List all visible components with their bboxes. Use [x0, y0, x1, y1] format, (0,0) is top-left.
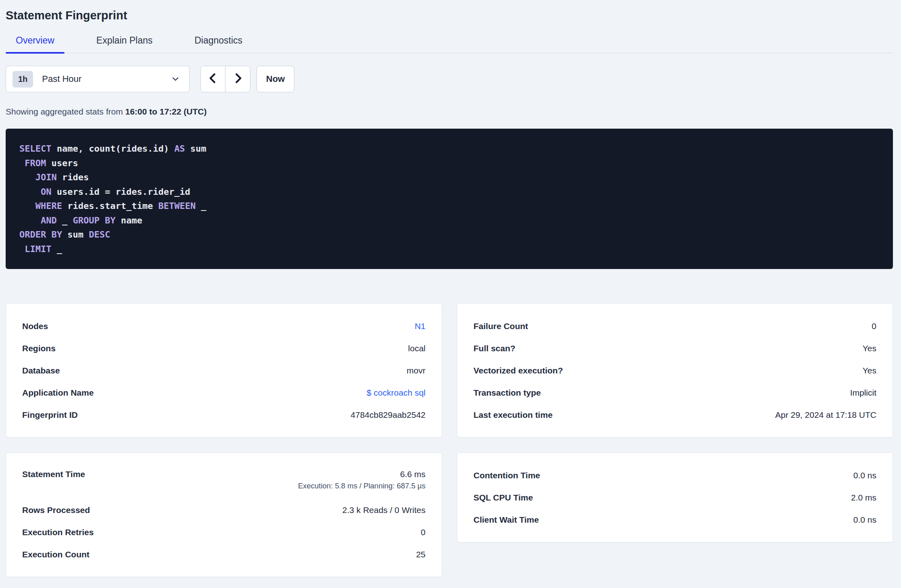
row-database: Database movr: [22, 359, 425, 382]
row-label: Fingerprint ID: [22, 410, 78, 420]
vectorized-execution-value: Yes: [863, 366, 876, 375]
transaction-type-value: Implicit: [850, 388, 876, 398]
contention-time-value: 0.0 ns: [853, 471, 876, 480]
row-statement-time: Statement Time 6.6 ms Execution: 5.8 ms …: [22, 464, 425, 499]
client-wait-time-value: 0.0 ns: [853, 515, 876, 525]
row-label: Statement Time: [22, 464, 85, 484]
rows-processed-value: 2.3 k Reads / 0 Writes: [342, 505, 425, 515]
chevron-left-icon: [207, 71, 219, 87]
time-step-buttons: [200, 66, 250, 92]
statement-time-values: 6.6 ms Execution: 5.8 ms / Planning: 687…: [298, 464, 425, 490]
application-name-link[interactable]: $ cockroach sql: [367, 388, 425, 398]
row-nodes: Nodes N1: [22, 315, 425, 337]
database-value: movr: [407, 366, 425, 375]
chevron-right-icon: [232, 71, 244, 87]
row-transaction-type: Transaction type Implicit: [473, 382, 876, 404]
row-regions: Regions local: [22, 337, 425, 359]
row-label: Vectorized execution?: [473, 366, 563, 375]
wait-timing-card: Contention Time 0.0 ns SQL CPU Time 2.0 …: [457, 452, 893, 542]
time-toolbar: 1h Past Hour Now: [6, 66, 893, 92]
row-label: SQL CPU Time: [473, 493, 533, 503]
row-label: Application Name: [22, 388, 94, 398]
time-range-label: Past Hour: [42, 74, 81, 84]
next-interval-button[interactable]: [225, 66, 250, 92]
previous-interval-button[interactable]: [201, 66, 225, 92]
tab-bar: Overview Explain Plans Diagnostics: [6, 35, 893, 53]
stats-cards: Nodes N1 Regions local Database movr App…: [6, 303, 893, 577]
time-range-badge: 1h: [13, 71, 33, 88]
row-application-name: Application Name $ cockroach sql: [22, 382, 425, 404]
time-range-select[interactable]: 1h Past Hour: [6, 66, 190, 92]
row-label: Client Wait Time: [473, 515, 539, 525]
row-fingerprint-id: Fingerprint ID 4784cb829aab2542: [22, 404, 425, 426]
row-label: Regions: [22, 344, 56, 353]
aggregated-stats-caption: Showing aggregated stats from 16:00 to 1…: [6, 107, 893, 117]
last-execution-time-value: Apr 29, 2024 at 17:18 UTC: [775, 410, 876, 420]
row-label: Full scan?: [473, 344, 515, 353]
row-execution-retries: Execution Retries 0: [22, 521, 425, 543]
row-rows-processed: Rows Processed 2.3 k Reads / 0 Writes: [22, 499, 425, 521]
page-title: Statement Fingerprint: [6, 9, 893, 22]
row-label: Transaction type: [473, 388, 541, 398]
tab-overview[interactable]: Overview: [6, 35, 65, 53]
failure-count-value: 0: [872, 321, 876, 331]
row-label: Database: [22, 366, 60, 375]
row-label: Last execution time: [473, 410, 553, 420]
chevron-down-icon: [171, 74, 180, 84]
row-label: Nodes: [22, 321, 48, 331]
stats-caption-range: 16:00 to 17:22 (UTC): [125, 107, 207, 116]
row-execution-count: Execution Count 25: [22, 543, 425, 565]
tab-diagnostics[interactable]: Diagnostics: [184, 35, 252, 53]
row-failure-count: Failure Count 0: [473, 315, 876, 337]
statement-time-value: 6.6 ms: [400, 464, 425, 484]
tab-explain-plans[interactable]: Explain Plans: [86, 35, 163, 53]
row-vectorized-execution: Vectorized execution? Yes: [473, 359, 876, 382]
nodes-link[interactable]: N1: [415, 321, 425, 331]
full-scan-value: Yes: [863, 344, 876, 353]
regions-value: local: [408, 344, 425, 353]
statement-details-card: Nodes N1 Regions local Database movr App…: [6, 303, 442, 438]
sql-cpu-time-value: 2.0 ms: [851, 493, 876, 503]
row-contention-time: Contention Time 0.0 ns: [473, 464, 876, 486]
stats-caption-prefix: Showing aggregated stats from: [6, 107, 125, 116]
now-button[interactable]: Now: [257, 66, 294, 92]
row-full-scan: Full scan? Yes: [473, 337, 876, 359]
row-label: Rows Processed: [22, 505, 90, 515]
statement-timing-card: Statement Time 6.6 ms Execution: 5.8 ms …: [6, 452, 442, 577]
execution-attributes-card: Failure Count 0 Full scan? Yes Vectorize…: [457, 303, 893, 438]
execution-count-value: 25: [416, 550, 425, 559]
statement-time-breakdown: Execution: 5.8 ms / Planning: 687.5 µs: [298, 482, 425, 490]
row-sql-cpu-time: SQL CPU Time 2.0 ms: [473, 486, 876, 509]
row-label: Contention Time: [473, 471, 540, 480]
sql-statement: SELECT name, count(rides.id) AS sum FROM…: [6, 129, 893, 269]
row-last-execution-time: Last execution time Apr 29, 2024 at 17:1…: [473, 404, 876, 426]
row-client-wait-time: Client Wait Time 0.0 ns: [473, 509, 876, 531]
row-label: Failure Count: [473, 321, 528, 331]
fingerprint-id-value: 4784cb829aab2542: [350, 410, 425, 420]
row-label: Execution Retries: [22, 528, 94, 537]
execution-retries-value: 0: [421, 528, 425, 537]
statement-fingerprint-page: Statement Fingerprint Overview Explain P…: [0, 9, 901, 577]
row-label: Execution Count: [22, 550, 90, 559]
